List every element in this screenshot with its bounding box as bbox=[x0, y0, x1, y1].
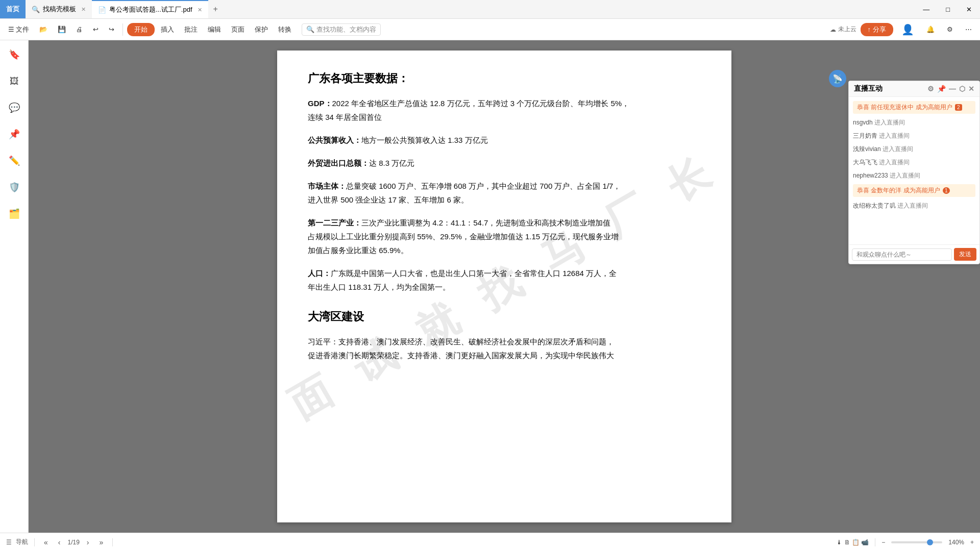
protect-label: 保护 bbox=[255, 25, 268, 34]
live-send-button[interactable]: 发送 bbox=[954, 248, 976, 261]
zoom-decrease-button[interactable]: − bbox=[881, 539, 885, 546]
sidebar-bookmark-icon[interactable]: 🔖 bbox=[4, 44, 24, 65]
settings-button[interactable]: ⚙ bbox=[943, 23, 957, 35]
live-close-icon[interactable]: ✕ bbox=[968, 85, 974, 93]
convert-label: 转换 bbox=[278, 25, 291, 34]
live-congrats-1: 恭喜 前任现充退休中 成为高能用户 2 bbox=[853, 101, 975, 114]
prev-page-button[interactable]: ‹ bbox=[55, 537, 64, 547]
convert-button[interactable]: 转换 bbox=[274, 23, 296, 36]
live-user-1: nsgvdh bbox=[853, 119, 873, 126]
insert-button[interactable]: 插入 bbox=[157, 23, 178, 36]
tab-home[interactable]: 首页 bbox=[0, 0, 26, 18]
pdf-section2-line1: 习近平：支持香港、澳门发展经济、改善民生、破解经济社会发展中的深层次矛盾和问题， bbox=[308, 337, 614, 346]
annotate-button[interactable]: 批注 bbox=[180, 23, 202, 36]
pdf-population-label: 人口： bbox=[308, 269, 331, 278]
status-sep2 bbox=[112, 538, 113, 546]
sidebar-layers-icon[interactable]: 🗂️ bbox=[4, 204, 24, 224]
tab-pdf[interactable]: 📄 粤公考面试答题...试工厂.pdf ✕ bbox=[92, 0, 208, 18]
live-pin-icon[interactable]: 📌 bbox=[937, 85, 946, 93]
zoom-slider[interactable] bbox=[891, 541, 942, 543]
live-panel: 直播互动 ⚙ 📌 — ⬡ ✕ 恭喜 前任现充退休中 成为高能用户 2 nsgvd… bbox=[848, 81, 980, 264]
live-minimize-icon[interactable]: — bbox=[949, 85, 956, 93]
toolbar-separator-1 bbox=[122, 23, 123, 36]
tab-pdf-close[interactable]: ✕ bbox=[198, 7, 202, 13]
live-action-3: 进入直播间 bbox=[883, 145, 913, 153]
redo-button[interactable]: ↪ bbox=[105, 23, 118, 35]
tab-templates-icon: 🔍 bbox=[32, 6, 40, 13]
sidebar-comment-icon[interactable]: 💬 bbox=[4, 97, 24, 118]
live-header: 直播互动 ⚙ 📌 — ⬡ ✕ bbox=[849, 81, 979, 97]
tab-pdf-label: 粤公考面试答题...试工厂.pdf bbox=[109, 5, 192, 14]
live-user-4: 大乌飞飞 bbox=[853, 159, 877, 166]
pdf-trade-text: 达 8.3 万亿元 bbox=[369, 159, 414, 167]
page-label: 页面 bbox=[231, 25, 244, 34]
live-msg-5: nephew2233 进入直播间 bbox=[853, 171, 975, 180]
live-chat-input[interactable] bbox=[852, 248, 952, 261]
badge-vip-2: 2 bbox=[955, 104, 962, 111]
status-bar: ☰ 导航 « ‹ 1/19 › » 🌡 🗎 📋 📹 − 140% + bbox=[0, 533, 980, 551]
pdf-population-text2: 年出生人口 118.31 万人，均为全国第一。 bbox=[308, 283, 450, 291]
cloud-status-button[interactable]: ☁ 未上云 bbox=[830, 25, 856, 34]
live-settings-icon[interactable]: ⚙ bbox=[927, 85, 934, 93]
search-box[interactable]: 🔍 查找功能、文档内容 bbox=[302, 23, 381, 36]
window-close-button[interactable]: ✕ bbox=[958, 0, 980, 19]
next-page-button[interactable]: › bbox=[84, 537, 92, 547]
pdf-gdp-label: GDP： bbox=[308, 99, 332, 108]
pdf-area[interactable]: 面 试 就 找 马 厂 长 广东各项主要数据： GDP：2022 年全省地区生产… bbox=[29, 40, 980, 533]
save-button[interactable]: 💾 bbox=[54, 23, 70, 35]
zoom-level: 140% bbox=[948, 539, 964, 546]
pdf-population-text: 广东既是中国第一人口大省，也是出生人口第一大省，全省常住人口 12684 万人，… bbox=[331, 269, 617, 278]
pdf-industry-text2: 占规模以上工业比重分别提高到 55%、29.5%，金融业增加值达 1.15 万亿… bbox=[308, 232, 619, 241]
notification-button[interactable]: 🔔 bbox=[922, 23, 939, 35]
more-button[interactable]: ⋯ bbox=[961, 23, 976, 35]
add-tab-button[interactable]: + bbox=[208, 0, 223, 18]
tab-templates[interactable]: 🔍 找稿壳模板 ✕ bbox=[26, 0, 92, 18]
last-page-button[interactable]: » bbox=[96, 537, 107, 547]
undo-button[interactable]: ↩ bbox=[89, 23, 103, 35]
pdf-industry-label: 第一二三产业： bbox=[308, 218, 361, 227]
live-popout-icon[interactable]: ⬡ bbox=[959, 85, 965, 93]
sidebar-thumbnail-icon[interactable]: 🖼 bbox=[4, 71, 24, 91]
view-icons: 🌡 🗎 📋 📹 bbox=[836, 539, 869, 546]
sidebar-edit-icon[interactable]: ✏️ bbox=[4, 151, 24, 171]
pdf-budget-section: 公共预算收入：地方一般公共预算收入达 1.33 万亿元 bbox=[308, 133, 701, 147]
file-icon: ☰ bbox=[8, 26, 14, 33]
start-button[interactable]: 开始 bbox=[127, 23, 155, 36]
protect-button[interactable]: 保护 bbox=[251, 23, 272, 36]
edit-button[interactable]: 编辑 bbox=[204, 23, 225, 36]
tab-templates-close[interactable]: ✕ bbox=[81, 6, 86, 13]
pdf-page: 面 试 就 找 马 厂 长 广东各项主要数据： GDP：2022 年全省地区生产… bbox=[277, 51, 731, 522]
status-sep3 bbox=[875, 538, 875, 546]
pdf-budget-label: 公共预算收入： bbox=[308, 136, 361, 144]
sidebar-pin-icon[interactable]: 📌 bbox=[4, 124, 24, 144]
sidebar-shield-icon[interactable]: 🛡️ bbox=[4, 177, 24, 197]
live-header-icons: ⚙ 📌 — ⬡ ✕ bbox=[927, 85, 974, 93]
open-button[interactable]: 📂 bbox=[35, 23, 52, 35]
pdf-industry-section: 第一二三产业：三次产业比重调整为 4.2：41.1：54.7，先进制造业和高技术… bbox=[308, 216, 701, 257]
pdf-industry-text: 三次产业比重调整为 4.2：41.1：54.7，先进制造业和高技术制造业增加值 bbox=[361, 218, 610, 227]
cloud-icon: ☁ bbox=[830, 26, 836, 33]
print-button[interactable]: 🖨 bbox=[72, 23, 87, 35]
pdf-market-label: 市场主体： bbox=[308, 182, 346, 190]
window-minimize-button[interactable]: — bbox=[915, 0, 938, 19]
share-button[interactable]: ↑ 分享 bbox=[861, 23, 894, 36]
search-icon: 🔍 bbox=[306, 26, 314, 33]
live-chat-area: 恭喜 前任现充退休中 成为高能用户 2 nsgvdh 进入直播间 三月奶青 进入… bbox=[849, 97, 979, 244]
live-toggle-button[interactable]: 📡 bbox=[829, 70, 846, 87]
window-controls: — □ ✕ bbox=[915, 0, 980, 19]
file-menu-button[interactable]: ☰ 文件 bbox=[4, 23, 33, 36]
pdf-industry-text3: 加值占服务业比重达 65.9%。 bbox=[308, 246, 408, 255]
first-page-button[interactable]: « bbox=[41, 537, 51, 547]
window-maximize-button[interactable]: □ bbox=[938, 0, 958, 19]
edit-label: 编辑 bbox=[208, 25, 221, 34]
live-msg-6: 改绍称太贵了叽 进入直播间 bbox=[853, 201, 975, 210]
zoom-thumb bbox=[927, 539, 933, 545]
page-button[interactable]: 页面 bbox=[227, 23, 249, 36]
live-icon: 📡 bbox=[832, 74, 843, 84]
tab-pdf-icon: 📄 bbox=[98, 6, 106, 14]
live-action-6: 进入直播间 bbox=[897, 202, 928, 209]
zoom-increase-button[interactable]: + bbox=[970, 539, 974, 546]
live-congrats-2: 恭喜 金数年的洋 成为高能用户 1 bbox=[853, 184, 975, 197]
avatar-button[interactable]: 👤 bbox=[897, 21, 918, 38]
live-msg-4: 大乌飞飞 进入直播间 bbox=[853, 158, 975, 167]
